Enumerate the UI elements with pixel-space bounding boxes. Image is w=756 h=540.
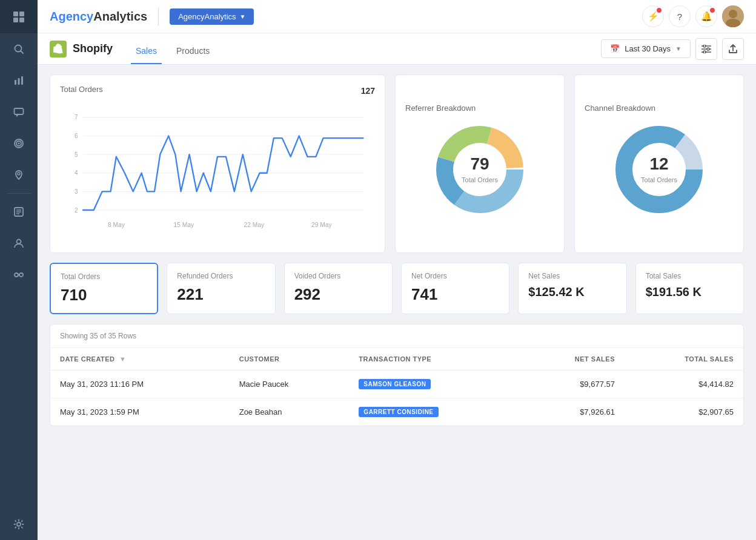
total-orders-chart-title: Total Orders: [60, 85, 103, 94]
svg-rect-3: [19, 18, 24, 22]
stat-refunded-orders[interactable]: Refunded Orders 221: [167, 263, 275, 314]
channel-donut-value: 12: [641, 154, 677, 174]
logo-agency: Agency: [50, 10, 93, 23]
stat-net-orders-label: Net Orders: [411, 272, 499, 280]
referrer-breakdown-card: Referrer Breakdown: [395, 74, 565, 253]
svg-text:22 May: 22 May: [244, 222, 265, 228]
total-orders-chart-card: Total Orders 127 7: [50, 74, 385, 253]
nav-home-icon[interactable]: [0, 0, 38, 33]
cell-date: May 31, 2023 1:59 PM: [50, 398, 230, 426]
svg-point-22: [17, 522, 21, 526]
nav-tasks-icon[interactable]: [0, 196, 38, 228]
table-row: May 31, 2023 1:59 PM Zoe Beahan GARRETT …: [50, 398, 743, 426]
channel-breakdown-title: Channel Breakdown: [585, 104, 655, 113]
tab-sales[interactable]: Sales: [131, 46, 162, 64]
channel-donut: 12 Total Orders: [611, 121, 708, 218]
nav-locations-icon[interactable]: [0, 159, 38, 191]
stat-voided-orders-label: Voided Orders: [294, 272, 382, 280]
shopify-icon: [50, 41, 67, 58]
nav-targets-icon[interactable]: [0, 128, 38, 159]
avatar[interactable]: [722, 5, 744, 27]
table-rows-info: Showing 35 of 35 Rows: [50, 324, 743, 348]
svg-point-18: [17, 240, 21, 244]
svg-rect-7: [18, 78, 20, 85]
dashboard-content: Total Orders 127 7: [38, 65, 756, 436]
svg-point-12: [18, 143, 20, 145]
filter-button[interactable]: [695, 38, 717, 60]
top-header: AgencyAnalytics AgencyAnalytics ▼ ⚡ ? 🔔: [38, 0, 756, 33]
help-button[interactable]: ?: [669, 5, 691, 27]
svg-rect-0: [13, 12, 18, 16]
question-icon: ?: [677, 12, 682, 22]
calendar-icon: 📅: [610, 44, 620, 53]
sort-date-icon: ▼: [119, 355, 126, 363]
tab-products[interactable]: Products: [171, 46, 214, 64]
nav-reports-icon[interactable]: [0, 65, 38, 96]
cell-transaction: SAMSON GLEASON: [349, 370, 521, 398]
sub-header: Shopify Sales Products 📅 Last 30 Days ▼: [38, 33, 756, 65]
th-date-created[interactable]: DATE CREATED ▼: [50, 348, 230, 370]
stat-total-sales-value: $191.56 K: [646, 285, 734, 299]
agency-selector[interactable]: AgencyAnalytics ▼: [170, 8, 254, 25]
left-sidebar: [0, 0, 38, 540]
referrer-donut: 79 Total Orders: [431, 121, 528, 218]
nav-settings-icon[interactable]: [0, 509, 38, 540]
stat-net-orders[interactable]: Net Orders 741: [401, 263, 509, 314]
share-button[interactable]: [722, 38, 744, 60]
nav-messages-icon[interactable]: [0, 96, 38, 128]
stat-total-sales-label: Total Sales: [646, 272, 734, 280]
stat-net-orders-value: 741: [411, 285, 499, 304]
svg-point-30: [707, 48, 709, 50]
line-chart: 7 6 5 4 3 2 8 May 15 May 22 May 29 May: [60, 101, 375, 243]
logo: AgencyAnalytics: [50, 10, 147, 24]
agency-chevron-icon: ▼: [240, 13, 246, 20]
table-body: May 31, 2023 11:16 PM Macie Paucek SAMSO…: [50, 370, 743, 426]
stat-net-sales-label: Net Sales: [528, 272, 616, 280]
stat-refunded-orders-value: 221: [177, 285, 265, 304]
stat-total-orders-value: 710: [61, 286, 147, 305]
nav-divider: [7, 193, 31, 194]
th-total-sales[interactable]: TOTAL SALES: [625, 348, 743, 370]
svg-text:15 May: 15 May: [174, 222, 194, 228]
date-range-button[interactable]: 📅 Last 30 Days ▼: [601, 39, 691, 58]
svg-point-13: [18, 173, 20, 175]
nav-search-icon[interactable]: [0, 33, 38, 65]
referrer-donut-value: 79: [462, 154, 498, 174]
logo-analytics: Analytics: [93, 10, 147, 23]
cell-total-sales: $2,907.65: [625, 398, 743, 426]
cell-date: May 31, 2023 11:16 PM: [50, 370, 230, 398]
transaction-badge: GARRETT CONSIDINE: [359, 407, 438, 417]
svg-rect-8: [21, 76, 23, 85]
lightning-badge: [656, 7, 662, 13]
stat-total-orders-label: Total Orders: [61, 272, 147, 281]
th-customer[interactable]: CUSTOMER: [230, 348, 350, 370]
stat-voided-orders[interactable]: Voided Orders 292: [284, 263, 393, 314]
stat-net-sales[interactable]: Net Sales $125.42 K: [518, 263, 626, 314]
stat-voided-orders-value: 292: [294, 285, 382, 304]
stat-total-sales[interactable]: Total Sales $191.56 K: [635, 263, 744, 314]
total-orders-chart-value: 127: [361, 86, 375, 96]
sub-tabs: Sales Products: [131, 33, 224, 64]
svg-rect-2: [13, 18, 18, 22]
svg-rect-6: [15, 80, 16, 85]
cell-total-sales: $4,414.82: [625, 370, 743, 398]
referrer-donut-label: Total Orders: [462, 176, 498, 183]
svg-point-31: [703, 51, 706, 53]
referrer-donut-center: 79 Total Orders: [462, 154, 498, 185]
svg-line-5: [21, 51, 24, 54]
cell-net-sales: $9,677.57: [521, 370, 625, 398]
th-net-sales[interactable]: NET SALES: [521, 348, 625, 370]
notification-badge: [709, 7, 715, 13]
svg-text:2: 2: [75, 207, 78, 214]
th-transaction-type[interactable]: TRANSACTION TYPE: [349, 348, 521, 370]
notifications-button[interactable]: 🔔: [695, 5, 717, 27]
stats-row: Total Orders 710 Refunded Orders 221 Voi…: [50, 263, 744, 314]
nav-users-icon[interactable]: [0, 228, 38, 259]
agency-badge-label: AgencyAnalytics: [178, 12, 236, 21]
cell-net-sales: $7,926.61: [521, 398, 625, 426]
nav-integrations-icon[interactable]: [0, 259, 38, 291]
stat-total-orders[interactable]: Total Orders 710: [50, 263, 158, 314]
stat-net-sales-value: $125.42 K: [528, 285, 616, 299]
svg-rect-9: [15, 108, 24, 114]
lightning-button[interactable]: ⚡: [642, 5, 664, 27]
